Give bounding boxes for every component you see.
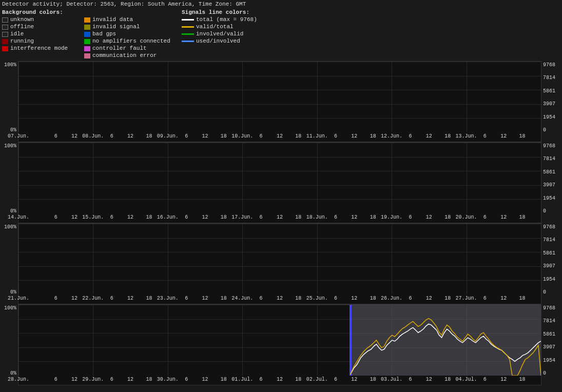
legend-offline: offline <box>2 24 79 30</box>
xtick-30jun: 30.Jun. <box>157 377 179 382</box>
xtick-12f: 12 <box>426 133 432 139</box>
chart4-signal-svg <box>18 305 541 376</box>
xtick-6c: 6 <box>185 133 188 139</box>
c2-6d: 6 <box>260 214 263 220</box>
legend-interference: interference mode <box>2 45 79 52</box>
signals-legend-col: Signals line colors: total (max = 9768) … <box>182 9 274 59</box>
c3-18c: 18 <box>221 296 227 301</box>
controller-fault-swatch <box>84 46 90 51</box>
xtick-12g: 12 <box>500 133 507 139</box>
c4-12a: 12 <box>71 377 77 382</box>
c3-12f: 12 <box>426 296 432 301</box>
c3-18b: 18 <box>146 296 152 301</box>
comm-error-swatch <box>84 53 90 58</box>
grid-v-3 <box>242 62 243 132</box>
c2-12c: 12 <box>202 214 208 220</box>
c2-12e: 12 <box>351 214 357 220</box>
c2-grid-h-80 <box>18 199 541 200</box>
c2-6e: 6 <box>334 214 337 220</box>
xtick-11jun: 11.Jun. <box>306 133 328 139</box>
xtick-27jun: 27.Jun. <box>456 296 477 301</box>
xtick-17jun: 17.Jun. <box>231 214 253 220</box>
c2-grid-h-top <box>18 143 541 143</box>
xtick-01jul: 01.Jul. <box>231 377 253 382</box>
valid-total-swatch <box>182 26 194 28</box>
xtick-15jun: 15.Jun. <box>82 214 104 220</box>
c3-12a: 12 <box>71 296 77 301</box>
c4-6a: 6 <box>54 377 57 382</box>
chart1-canvas <box>18 62 541 132</box>
c2-grid-h-20 <box>18 157 541 158</box>
involved-valid-swatch <box>182 33 194 35</box>
xtick-28jun: 28.Jun. <box>8 377 29 382</box>
c4-12e: 12 <box>351 377 357 382</box>
c3-6e: 6 <box>334 296 337 301</box>
c3-6g: 6 <box>483 296 487 301</box>
c4-6b: 6 <box>110 377 113 382</box>
c4-18e: 18 <box>370 377 376 382</box>
xtick-12jun: 12.Jun. <box>381 133 402 139</box>
chart3-canvas <box>18 224 541 295</box>
c3-12c: 12 <box>202 296 208 301</box>
c3-18e: 18 <box>370 296 376 301</box>
legend-running: running <box>2 38 79 45</box>
legend-total: total (max = 9768) <box>182 16 274 23</box>
xtick-02jul: 02.Jul. <box>306 377 328 382</box>
used-involved-swatch <box>182 41 194 42</box>
chart3-xaxis: 21.Jun. 6 12 22.Jun. 6 12 18 23.Jun. 6 1… <box>18 295 541 304</box>
c3-12b: 12 <box>127 296 133 301</box>
chart1-xaxis: 07.Jun. 6 12 08.Jun. 6 12 18 09.Jun. 6 1… <box>18 132 541 142</box>
chart3-y-left: 100% 0% <box>0 223 18 304</box>
chart4-canvas <box>18 305 541 376</box>
c3-18f: 18 <box>444 296 451 301</box>
grid-h-top <box>18 62 541 62</box>
c4-6c: 6 <box>185 377 188 382</box>
c4-6e: 6 <box>334 377 337 382</box>
chart4-y-left: 100% 0% <box>0 304 18 385</box>
c2-6c: 6 <box>185 214 188 220</box>
c4-18d: 18 <box>295 377 301 382</box>
xtick-12d: 12 <box>277 133 283 139</box>
xtick-6e: 6 <box>334 133 337 139</box>
c4-6d: 6 <box>260 377 263 382</box>
xtick-14jun: 14.Jun. <box>8 214 29 220</box>
c3-18g: 18 <box>519 296 526 301</box>
xtick-6a: 6 <box>54 133 57 139</box>
chart2-xaxis: 14.Jun. 6 12 15.Jun. 6 12 18 16.Jun. 6 1… <box>18 213 541 223</box>
chart4-y-right: 9768 7814 5861 3907 1954 0 <box>541 304 562 385</box>
xtick-24jun: 24.Jun. <box>231 296 253 301</box>
xtick-25jun: 25.Jun. <box>306 296 328 301</box>
chart1-y-right: 9768 7814 5861 3907 1954 0 <box>541 61 562 142</box>
no-amp-swatch <box>84 39 90 44</box>
xtick-6g: 6 <box>483 133 487 139</box>
xtick-26jun: 26.Jun. <box>381 296 402 301</box>
xtick-04jul: 04.Jul. <box>456 377 477 382</box>
legend: Background colors: unknown offline idle … <box>0 8 562 61</box>
c4-18f: 18 <box>444 377 451 382</box>
grid-h-40 <box>18 90 541 90</box>
c4-18g: 18 <box>519 377 526 382</box>
xtick-18d: 18 <box>295 133 301 139</box>
chart2-y-left: 100% 0% <box>0 142 18 223</box>
xtick-18g: 18 <box>519 133 526 139</box>
xtick-12c: 12 <box>202 133 208 139</box>
unknown-swatch <box>2 17 8 23</box>
grid-h-20 <box>18 76 541 76</box>
grid-v-4 <box>317 62 318 132</box>
c2-6a: 6 <box>54 214 57 220</box>
charts-container: 100% 0% 07.Jun. 6 <box>0 61 562 385</box>
c3-12e: 12 <box>351 296 357 301</box>
c3-12g: 12 <box>500 296 507 301</box>
chart2-y-right: 9768 7814 5861 3907 1954 0 <box>541 142 562 223</box>
running-swatch <box>2 39 8 44</box>
grid-v-2 <box>168 62 168 132</box>
grid-h-80 <box>18 118 541 119</box>
xtick-6d: 6 <box>260 133 263 139</box>
c2-grid-h-60 <box>18 185 541 186</box>
c2-12d: 12 <box>277 214 283 220</box>
idle-swatch <box>2 32 8 37</box>
c3-6c: 6 <box>185 296 188 301</box>
c2-6b: 6 <box>110 214 113 220</box>
c2-12f: 12 <box>426 214 432 220</box>
legend-invalid-signal: invalid signal <box>84 24 177 30</box>
